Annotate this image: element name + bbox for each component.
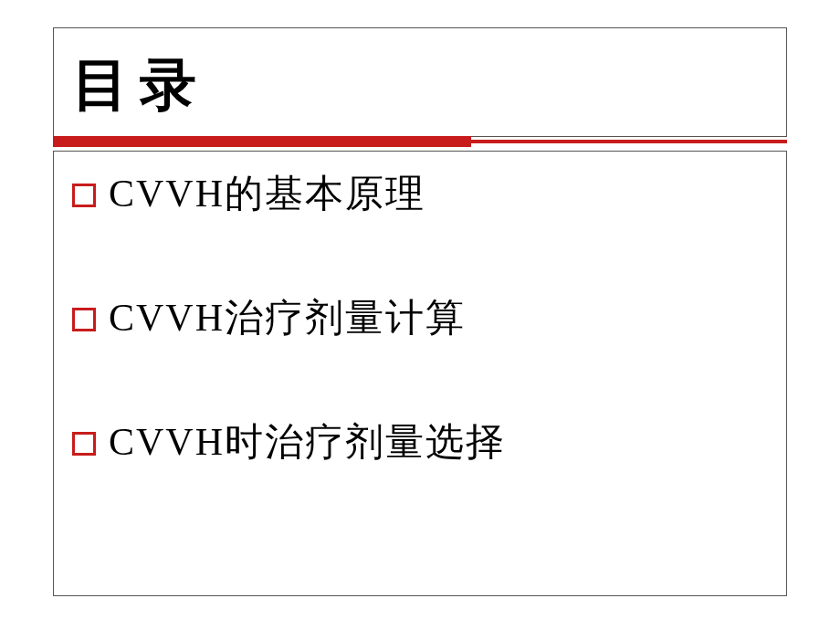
accent-divider: [53, 136, 787, 147]
bullet-icon: [72, 184, 96, 207]
list-item-text: CVVH时治疗剂量选择: [109, 416, 506, 467]
slide-container: 目录 CVVH的基本原理 CVVH治疗剂量计算 CVVH时治疗剂量选择: [0, 0, 840, 630]
bullet-icon: [72, 432, 96, 456]
list-item: CVVH时治疗剂量选择: [72, 416, 764, 467]
bullet-icon: [72, 308, 96, 331]
accent-bar-thin: [471, 140, 787, 143]
accent-bar-thick: [53, 136, 471, 147]
list-item-text: CVVH的基本原理: [109, 168, 425, 219]
list-item: CVVH治疗剂量计算: [72, 292, 764, 343]
title-box: 目录: [53, 27, 787, 137]
content-box: CVVH的基本原理 CVVH治疗剂量计算 CVVH时治疗剂量选择: [53, 151, 787, 596]
list-item-text: CVVH治疗剂量计算: [109, 292, 466, 343]
list-item: CVVH的基本原理: [72, 168, 764, 219]
slide-title: 目录: [72, 47, 768, 123]
